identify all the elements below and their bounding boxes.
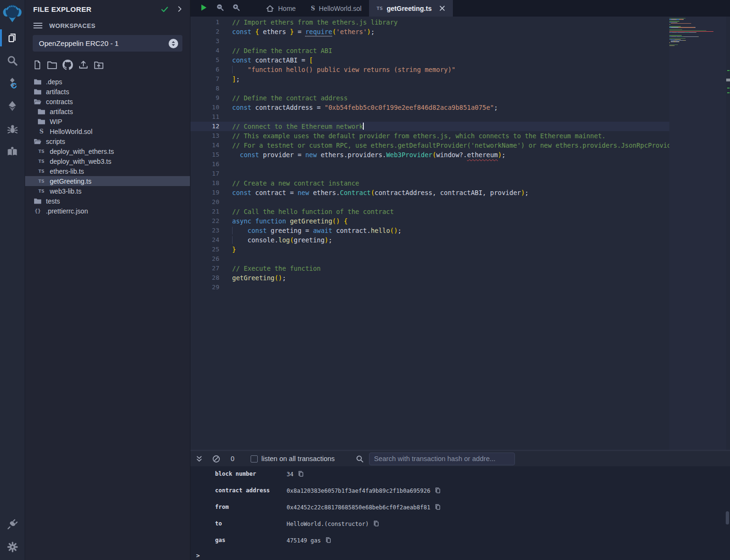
activity-bar-item-file-explorer[interactable]: [0, 27, 25, 49]
collapse-terminal-icon[interactable]: [195, 455, 203, 463]
code-line-content: const provider = new ethers.providers.We…: [219, 150, 505, 160]
zoom-out-button[interactable]: [216, 3, 224, 13]
code-line[interactable]: 25}: [190, 245, 669, 254]
copy-icon[interactable]: [373, 520, 379, 527]
play-button[interactable]: [199, 3, 208, 14]
tree-item-contracts[interactable]: contracts: [25, 97, 190, 107]
code-line[interactable]: 12// Connect to the Ethereum network: [190, 122, 669, 131]
copy-icon[interactable]: [434, 504, 441, 511]
new-folder-button[interactable]: [47, 61, 57, 71]
code-line[interactable]: 11: [190, 112, 669, 122]
code-line[interactable]: 28getGreeting();: [190, 273, 669, 283]
tree-item-label: HelloWorld.sol: [50, 128, 92, 135]
code-line[interactable]: 21// Call the hello function of the cont…: [190, 207, 669, 216]
terminal-search-input[interactable]: [369, 453, 515, 465]
code-line[interactable]: 10const contractAddress = "0xb54febb5c0c…: [190, 103, 669, 112]
hamburger-menu-icon[interactable]: [33, 22, 43, 29]
tree-item-deploy-with-ethers-ts[interactable]: TSdeploy_with_ethers.ts: [25, 146, 190, 156]
code-area[interactable]: 1// Import ethers from the ethers.js lib…: [190, 17, 669, 450]
code-line[interactable]: 26: [190, 254, 669, 264]
code-line[interactable]: 15 const provider = new ethers.providers…: [190, 150, 669, 160]
tree-item-artifacts[interactable]: artifacts: [25, 87, 190, 97]
copy-icon[interactable]: [325, 537, 332, 544]
code-line[interactable]: 16: [190, 160, 669, 169]
tree-item-label: .prettierrc.json: [46, 207, 88, 215]
upload-folder-button[interactable]: [94, 61, 104, 71]
tree-item-ethers-lib-ts[interactable]: TSethers-lib.ts: [25, 166, 190, 176]
code-line[interactable]: 18// Create a new contract instance: [190, 178, 669, 188]
tab-getgreeting-ts[interactable]: TSgetGreeting.ts: [369, 0, 453, 17]
clear-console-icon[interactable]: [212, 455, 220, 463]
tree-item-prettierrc-json[interactable]: {}.prettierrc.json: [25, 206, 190, 216]
minimap-segment: [695, 27, 695, 27]
github-button[interactable]: [63, 60, 73, 72]
tree-item-label: contracts: [46, 98, 73, 106]
check-icon[interactable]: [160, 5, 169, 14]
github-icon: [63, 60, 73, 72]
code-line[interactable]: 14// For a testnet or custom RPC, use et…: [190, 141, 669, 150]
code-line[interactable]: 5const contractABI = [: [190, 55, 669, 65]
activity-bar-item-remix-logo[interactable]: [0, 0, 25, 27]
code-line[interactable]: 23 const greeting = await contract.hello…: [190, 226, 669, 235]
code-line[interactable]: 7];: [190, 74, 669, 84]
chevron-right-icon[interactable]: [176, 5, 183, 13]
copy-icon[interactable]: [434, 487, 441, 494]
copy-icon[interactable]: [297, 471, 304, 478]
workspace-select[interactable]: OpenZeppelin ERC20 - 1: [33, 35, 182, 52]
tree-item-scripts[interactable]: scripts: [25, 136, 190, 146]
terminal-search-icon: [356, 455, 364, 463]
code-line-content: "function hello() public view returns (s…: [219, 65, 455, 74]
tree-item-deps[interactable]: .deps: [25, 77, 190, 87]
code-line[interactable]: 1// Import ethers from the ethers.js lib…: [190, 18, 669, 27]
code-line[interactable]: 6 "function hello() public view returns …: [190, 65, 669, 74]
close-icon[interactable]: [439, 5, 445, 11]
terminal-prompt[interactable]: >: [190, 552, 730, 559]
solidity-compiler-icon: [7, 77, 18, 89]
code-line[interactable]: 3: [190, 36, 669, 46]
tree-item-getgreeting-ts[interactable]: TSgetGreeting.ts: [25, 176, 190, 186]
code-line[interactable]: 9// Define the contract address: [190, 93, 669, 103]
code-line[interactable]: 2const { ethers } = require('ethers');: [190, 27, 669, 36]
activity-bar-item-deploy-run[interactable]: [0, 95, 25, 117]
code-line[interactable]: 24 console.log(greeting);: [190, 235, 669, 245]
listen-all-transactions-checkbox[interactable]: [251, 455, 258, 462]
line-number: 12: [190, 122, 219, 131]
code-line-content: // Define the contract ABI: [219, 46, 332, 55]
code-line-content: [219, 197, 232, 207]
code-line[interactable]: 22async function getGreeting() {: [190, 216, 669, 226]
code-line[interactable]: 4// Define the contract ABI: [190, 46, 669, 55]
tab-helloworld-sol[interactable]: SHelloWorld.sol: [303, 0, 369, 17]
code-line[interactable]: 8: [190, 84, 669, 93]
minimap[interactable]: [669, 17, 726, 450]
tab-home[interactable]: Home: [258, 0, 303, 17]
terminal-scrollbar-thumb[interactable]: [726, 511, 729, 524]
code-line[interactable]: 13// This example uses the default provi…: [190, 131, 669, 141]
activity-bar-item-solidity-compiler[interactable]: [0, 72, 25, 95]
overview-ruler[interactable]: [726, 17, 730, 450]
code-editor[interactable]: 1// Import ethers from the ethers.js lib…: [190, 17, 730, 450]
line-number: 13: [190, 131, 219, 141]
code-line[interactable]: 20: [190, 197, 669, 207]
activity-bar-item-search[interactable]: [0, 49, 25, 72]
tree-item-deploy-with-web3-ts[interactable]: TSdeploy_with_web3.ts: [25, 156, 190, 166]
zoom-in-button[interactable]: [232, 3, 240, 13]
code-line[interactable]: 27// Execute the function: [190, 264, 669, 273]
tree-item-tests[interactable]: tests: [25, 196, 190, 206]
activity-bar-item-learneth[interactable]: [0, 140, 25, 163]
tree-item-web3-lib-ts[interactable]: TSweb3-lib.ts: [25, 186, 190, 196]
code-line-content: const contractAddress = "0xb54febb5c0c0f…: [219, 103, 498, 112]
new-file-button[interactable]: [33, 60, 42, 71]
code-line[interactable]: 17: [190, 169, 669, 178]
tree-item-helloworld-sol[interactable]: SHelloWorld.sol: [25, 126, 190, 136]
code-line-content: ];: [219, 74, 240, 84]
tree-item-artifacts[interactable]: artifacts: [25, 107, 190, 116]
tree-item-wip[interactable]: WIP: [25, 116, 190, 126]
upload-file-button[interactable]: [78, 60, 89, 71]
terminal-body: block number34contract address0x8a120383…: [190, 466, 730, 560]
line-number: 1: [190, 18, 219, 27]
activity-bar-item-settings[interactable]: [0, 535, 25, 558]
code-line[interactable]: 19const contract = new ethers.Contract(c…: [190, 188, 669, 197]
activity-bar-item-plugin-manager[interactable]: [0, 513, 25, 535]
code-line[interactable]: 29: [190, 283, 669, 292]
activity-bar-item-debugger[interactable]: [0, 117, 25, 140]
